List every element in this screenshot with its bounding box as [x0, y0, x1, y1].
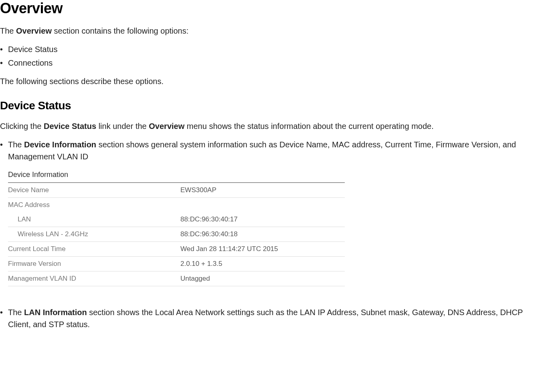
di-prefix: The [8, 140, 24, 149]
device-info-title: Device Information [8, 171, 345, 182]
di-bold: Device Information [24, 140, 96, 149]
list-item: Connections [0, 57, 546, 69]
list-item: The LAN Information section shows the Lo… [0, 306, 546, 330]
table-row: LAN 88:DC:96:30:40:17 [8, 212, 345, 227]
table-row: Management VLAN ID Untagged [8, 271, 345, 286]
intro-paragraph: The Overview section contains the follow… [0, 25, 546, 37]
ds-bold1: Device Status [44, 122, 96, 131]
table-row: Current Local Time Wed Jan 28 11:14:27 U… [8, 242, 345, 257]
list-item: Device Status [0, 43, 546, 55]
row-value: 2.0.10 + 1.3.5 [180, 260, 222, 268]
row-label: MAC Address [8, 201, 180, 209]
lan-prefix: The [8, 308, 24, 317]
row-value: EWS300AP [180, 186, 216, 194]
options-list: Device Status Connections [0, 43, 546, 69]
section-heading: Device Status [0, 99, 546, 112]
device-status-paragraph: Clicking the Device Status link under th… [0, 120, 546, 132]
table-row: MAC Address [8, 198, 345, 212]
row-label: Firmware Version [8, 260, 180, 268]
page-title: Overview [0, 0, 546, 17]
lan-bold: LAN Information [24, 308, 87, 317]
row-label: LAN [8, 215, 180, 223]
row-label: Wireless LAN - 2.4GHz [8, 230, 180, 238]
row-label: Device Name [8, 186, 180, 194]
row-value: Wed Jan 28 11:14:27 UTC 2015 [180, 245, 278, 253]
ds-mid: link under the [96, 122, 149, 131]
list-item: The Device Information section shows gen… [0, 139, 546, 163]
table-row: Wireless LAN - 2.4GHz 88:DC:96:30:40:18 [8, 227, 345, 242]
intro-bold: Overview [16, 26, 52, 35]
row-label: Management VLAN ID [8, 275, 180, 283]
table-row: Firmware Version 2.0.10 + 1.3.5 [8, 257, 345, 271]
row-value: Untagged [180, 275, 210, 283]
row-value: 88:DC:96:30:40:18 [180, 230, 238, 238]
lan-info-bullet-list: The LAN Information section shows the Lo… [0, 306, 546, 330]
device-info-table: Device Information Device Name EWS300AP … [8, 171, 345, 286]
desc-paragraph: The following sections describe these op… [0, 75, 546, 87]
ds-prefix: Clicking the [0, 122, 44, 131]
ds-suffix: menu shows the status information about … [184, 122, 433, 131]
row-value: 88:DC:96:30:40:17 [180, 215, 238, 223]
intro-suffix: section contains the following options: [52, 26, 188, 35]
intro-prefix: The [0, 26, 16, 35]
row-label: Current Local Time [8, 245, 180, 253]
device-info-bullet-list: The Device Information section shows gen… [0, 139, 546, 163]
ds-bold2: Overview [149, 122, 184, 131]
table-row: Device Name EWS300AP [8, 183, 345, 198]
